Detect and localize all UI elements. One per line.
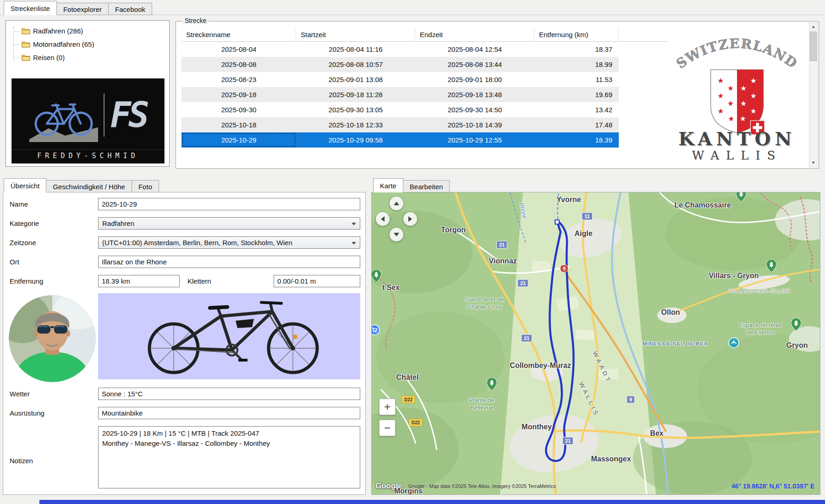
- strecke-row[interactable]: 2025-09-302025-09-30 13:052025-09-30 14:…: [182, 102, 619, 117]
- map-pan-right-button[interactable]: [403, 212, 417, 226]
- tree-pin-icon[interactable]: [371, 269, 381, 284]
- map-label: Stand de tir de Châble-Croix: [465, 296, 504, 311]
- strecke-row[interactable]: 2025-10-292025-10-29 09:582025-10-29 12:…: [182, 132, 619, 148]
- scroll-up-button[interactable]: ▲: [809, 23, 817, 31]
- map-pan-up-button[interactable]: [390, 197, 403, 210]
- column-header-endzeit[interactable]: Endzeit: [415, 28, 534, 41]
- column-header-entfernung[interactable]: Entfernung (km): [534, 28, 619, 41]
- folder-icon: [22, 54, 30, 61]
- strecke-cell: 2025-09-18 13:48: [415, 87, 534, 102]
- route-shield: 11: [582, 213, 593, 220]
- entfernung-field[interactable]: [98, 275, 180, 287]
- tab-foto[interactable]: Foto: [132, 180, 159, 192]
- tab-uebersicht[interactable]: Übersicht: [4, 178, 46, 192]
- map-label: Vionnaz: [489, 257, 517, 266]
- map-zoom-in-button[interactable]: +: [379, 399, 396, 415]
- strecke-row[interactable]: 2025-08-232025-09-01 13:082025-09-01 18:…: [182, 72, 619, 87]
- bike-logo-icon: [29, 88, 98, 142]
- strecke-cell: 2025-10-18 14:39: [415, 117, 534, 132]
- map-label: t Sex: [382, 283, 400, 292]
- strecke-cell: 2025-10-29 12:55: [415, 132, 534, 148]
- ort-field[interactable]: [98, 256, 360, 268]
- tree-item[interactable]: Reisen (0): [6, 51, 169, 64]
- strecke-cell: 2025-10-18 12:33: [296, 117, 415, 132]
- fs-monogram: FS: [110, 98, 147, 132]
- route-shield: 21: [496, 241, 507, 249]
- strecke-cell: 2025-08-04 11:16: [296, 42, 415, 57]
- tree-item-label: Motorradfahren (65): [33, 40, 94, 48]
- strecke-cell: 2025-08-04 12:54: [415, 42, 534, 57]
- ausruestung-field[interactable]: [98, 407, 360, 419]
- strecke-cell: 2025-09-30: [182, 102, 296, 117]
- map-label: Collombey-Muraz: [510, 361, 571, 370]
- tab-bearbeiten[interactable]: Bearbeiten: [403, 180, 450, 192]
- tree-pin-icon[interactable]: [791, 318, 801, 333]
- route-shield: 21: [521, 334, 532, 342]
- strecke-row[interactable]: 2025-09-182025-09-18 11:282025-09-18 13:…: [182, 87, 619, 102]
- strecke-group-title: Strecke: [182, 17, 209, 24]
- map-pan-left-button[interactable]: [376, 212, 390, 226]
- strecke-row[interactable]: 2025-08-082025-08-08 10:572025-08-08 13:…: [182, 57, 619, 72]
- folder-tree: Radfahren (286)Motorradfahren (65)Reisen…: [6, 20, 170, 167]
- tab-fotoexplorer[interactable]: Fotoexplorer: [56, 3, 109, 15]
- zeitzone-label: Zeitzone: [10, 236, 36, 249]
- tree-item[interactable]: Radfahren (286): [6, 24, 169, 38]
- kategorie-dropdown[interactable]: Radfahren: [98, 217, 360, 230]
- strecke-cell: 13.42: [534, 102, 619, 117]
- strecke-row[interactable]: 2025-08-042025-08-04 11:162025-08-04 12:…: [182, 42, 619, 57]
- tree-pin-icon[interactable]: [766, 259, 776, 274]
- main-tab-strip: Streckenliste Fotoexplorer Facebook: [4, 1, 152, 15]
- ausruestung-label: Ausrüstung: [10, 407, 44, 419]
- map-zoom-out-button[interactable]: −: [379, 420, 396, 436]
- tree-pin-icon[interactable]: [487, 378, 497, 392]
- emblem-wallis-text: WALLIS: [692, 149, 782, 162]
- strecke-cell: 18.99: [534, 57, 619, 72]
- map-label: Monthey: [522, 422, 552, 432]
- map-coordinates: 46° 19.8628' N,6° 51.0397' E: [732, 482, 814, 490]
- map-label: Gryon: [786, 341, 808, 350]
- kanton-wallis-emblem: SWITZERLAND KA: [668, 37, 806, 166]
- map-label: Rhône: [518, 202, 528, 219]
- column-header-streckenname[interactable]: Streckenname: [182, 28, 296, 41]
- strecke-cell: 17.48: [534, 117, 619, 132]
- logo-divider: [104, 93, 104, 137]
- map-attribution: Google - Map data ©2025 Tele Atlas, Imag…: [408, 483, 556, 489]
- name-label: Name: [10, 198, 28, 210]
- map-label: Bex: [650, 429, 663, 438]
- detail-tab-strip: Übersicht Geschwindigkeit / Höhe Foto: [4, 178, 159, 192]
- zeitzone-dropdown[interactable]: (UTC+01:00) Amsterdam, Berlin, Bern, Rom…: [98, 236, 360, 249]
- klettern-field[interactable]: [274, 275, 360, 287]
- tab-streckenliste[interactable]: Streckenliste: [4, 1, 57, 15]
- tab-geschwindigkeit-hoehe[interactable]: Geschwindigkeit / Höhe: [46, 180, 132, 192]
- entfernung-label: Entfernung: [10, 275, 43, 287]
- klettern-label: Klettern: [187, 275, 211, 287]
- right-arrow-icon: [408, 216, 415, 222]
- tree-item-label: Radfahren (286): [33, 27, 83, 35]
- strecke-row[interactable]: 2025-10-182025-10-18 12:332025-10-18 14:…: [182, 117, 619, 132]
- notizen-label: Notizen: [10, 455, 33, 467]
- wallis-coat-of-arms: [708, 67, 766, 136]
- notizen-field[interactable]: 2025-10-29 | 18 Km | 15 °C | MTB | Track…: [98, 426, 360, 488]
- mine-pin-icon[interactable]: [728, 337, 739, 350]
- strecke-cell: 19.69: [534, 87, 619, 102]
- column-header-startzeit[interactable]: Startzeit: [296, 28, 415, 41]
- name-field[interactable]: [98, 198, 360, 210]
- tree-pin-icon[interactable]: [736, 192, 746, 203]
- strecke-scrollbar[interactable]: ▲ ▼: [809, 22, 818, 167]
- detail-panel: Name Kategorie Radfahren Zeitzone (UTC+0…: [3, 192, 366, 495]
- progress-bar: [39, 500, 825, 504]
- scroll-thumb[interactable]: [810, 32, 817, 61]
- tab-karte[interactable]: Karte: [373, 178, 403, 192]
- map-label: WAADT: [590, 350, 613, 385]
- scroll-down-button[interactable]: ▼: [809, 159, 817, 167]
- kategorie-label: Kategorie: [10, 217, 39, 230]
- shop-pin-icon[interactable]: [371, 324, 380, 337]
- equipment-photo: [98, 293, 360, 379]
- tab-facebook[interactable]: Facebook: [108, 3, 152, 15]
- map-pan-down-button[interactable]: [390, 228, 403, 241]
- tree-item[interactable]: Motorradfahren (65): [6, 38, 169, 51]
- wetter-field[interactable]: [98, 388, 360, 400]
- map-label: Villars - Gryon: [709, 271, 759, 280]
- route-shield: 21: [562, 437, 573, 445]
- strecke-cell: 18.39: [534, 132, 619, 148]
